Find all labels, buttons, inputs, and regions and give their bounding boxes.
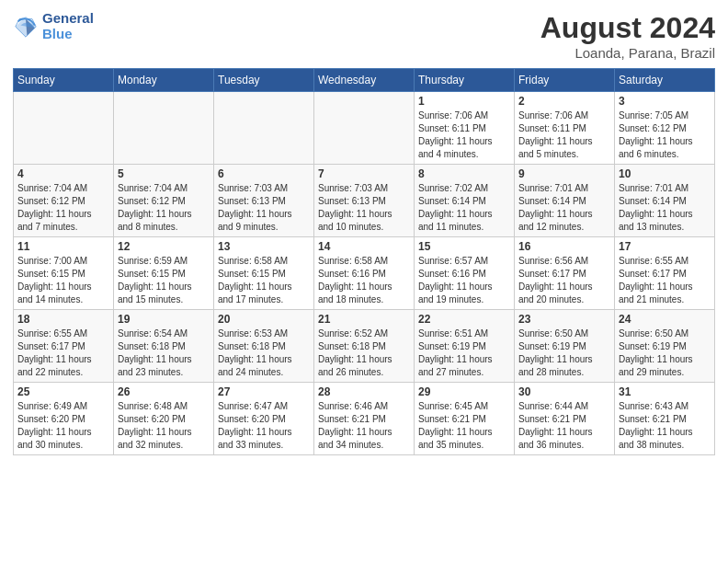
- calendar-cell: 24Sunrise: 6:50 AM Sunset: 6:19 PM Dayli…: [615, 310, 715, 383]
- calendar-cell: 2Sunrise: 7:06 AM Sunset: 6:11 PM Daylig…: [515, 92, 615, 165]
- header: General Blue August 2024 Loanda, Parana,…: [13, 11, 715, 61]
- calendar-cell: 8Sunrise: 7:02 AM Sunset: 6:14 PM Daylig…: [415, 165, 515, 237]
- day-info: Sunrise: 6:51 AM Sunset: 6:19 PM Dayligh…: [418, 327, 510, 379]
- calendar-cell: 28Sunrise: 6:46 AM Sunset: 6:21 PM Dayli…: [314, 383, 415, 455]
- calendar: SundayMondayTuesdayWednesdayThursdayFrid…: [13, 68, 715, 455]
- day-info: Sunrise: 6:49 AM Sunset: 6:20 PM Dayligh…: [17, 400, 109, 452]
- calendar-cell: [14, 92, 114, 165]
- day-number: 26: [118, 385, 210, 398]
- day-number: 28: [318, 385, 410, 398]
- day-number: 10: [619, 167, 711, 180]
- day-info: Sunrise: 6:56 AM Sunset: 6:17 PM Dayligh…: [518, 255, 610, 306]
- calendar-cell: 15Sunrise: 6:57 AM Sunset: 6:16 PM Dayli…: [415, 237, 515, 310]
- week-row-3: 18Sunrise: 6:55 AM Sunset: 6:17 PM Dayli…: [14, 310, 715, 383]
- day-info: Sunrise: 7:01 AM Sunset: 6:14 PM Dayligh…: [619, 182, 711, 234]
- weekday-header-monday: Monday: [114, 69, 214, 92]
- day-info: Sunrise: 6:52 AM Sunset: 6:18 PM Dayligh…: [318, 327, 410, 379]
- weekday-header-friday: Friday: [515, 69, 615, 92]
- day-number: 22: [418, 313, 510, 326]
- calendar-cell: 7Sunrise: 7:03 AM Sunset: 6:13 PM Daylig…: [314, 165, 415, 237]
- logo: General Blue: [13, 11, 94, 41]
- day-number: 11: [17, 240, 109, 253]
- day-info: Sunrise: 6:58 AM Sunset: 6:15 PM Dayligh…: [218, 255, 310, 306]
- calendar-cell: 11Sunrise: 7:00 AM Sunset: 6:15 PM Dayli…: [14, 237, 114, 310]
- calendar-cell: 23Sunrise: 6:50 AM Sunset: 6:19 PM Dayli…: [515, 310, 615, 383]
- location: Loanda, Parana, Brazil: [540, 45, 715, 61]
- calendar-cell: 26Sunrise: 6:48 AM Sunset: 6:20 PM Dayli…: [114, 383, 214, 455]
- calendar-cell: 17Sunrise: 6:55 AM Sunset: 6:17 PM Dayli…: [615, 237, 715, 310]
- day-number: 29: [418, 385, 510, 398]
- day-info: Sunrise: 7:01 AM Sunset: 6:14 PM Dayligh…: [518, 182, 610, 234]
- day-number: 19: [118, 313, 210, 326]
- day-number: 18: [17, 313, 109, 326]
- day-number: 2: [518, 95, 610, 108]
- day-info: Sunrise: 6:59 AM Sunset: 6:15 PM Dayligh…: [118, 255, 210, 306]
- day-info: Sunrise: 6:53 AM Sunset: 6:18 PM Dayligh…: [218, 327, 310, 379]
- page: General Blue August 2024 Loanda, Parana,…: [0, 0, 728, 563]
- calendar-cell: 18Sunrise: 6:55 AM Sunset: 6:17 PM Dayli…: [14, 310, 114, 383]
- day-number: 31: [619, 385, 711, 398]
- week-row-2: 11Sunrise: 7:00 AM Sunset: 6:15 PM Dayli…: [14, 237, 715, 310]
- calendar-cell: 14Sunrise: 6:58 AM Sunset: 6:16 PM Dayli…: [314, 237, 415, 310]
- day-number: 30: [518, 385, 610, 398]
- calendar-cell: 5Sunrise: 7:04 AM Sunset: 6:12 PM Daylig…: [114, 165, 214, 237]
- calendar-cell: 13Sunrise: 6:58 AM Sunset: 6:15 PM Dayli…: [214, 237, 314, 310]
- weekday-header-sunday: Sunday: [14, 69, 114, 92]
- day-info: Sunrise: 7:06 AM Sunset: 6:11 PM Dayligh…: [518, 109, 610, 161]
- calendar-cell: 25Sunrise: 6:49 AM Sunset: 6:20 PM Dayli…: [14, 383, 114, 455]
- day-info: Sunrise: 6:48 AM Sunset: 6:20 PM Dayligh…: [118, 400, 210, 452]
- calendar-cell: 3Sunrise: 7:05 AM Sunset: 6:12 PM Daylig…: [615, 92, 715, 165]
- calendar-cell: 30Sunrise: 6:44 AM Sunset: 6:21 PM Dayli…: [515, 383, 615, 455]
- calendar-cell: 1Sunrise: 7:06 AM Sunset: 6:11 PM Daylig…: [415, 92, 515, 165]
- day-number: 5: [118, 167, 210, 180]
- calendar-cell: 10Sunrise: 7:01 AM Sunset: 6:14 PM Dayli…: [615, 165, 715, 237]
- calendar-cell: 21Sunrise: 6:52 AM Sunset: 6:18 PM Dayli…: [314, 310, 415, 383]
- day-number: 20: [218, 313, 310, 326]
- calendar-cell: 22Sunrise: 6:51 AM Sunset: 6:19 PM Dayli…: [415, 310, 515, 383]
- day-info: Sunrise: 6:55 AM Sunset: 6:17 PM Dayligh…: [17, 327, 109, 379]
- calendar-cell: [114, 92, 214, 165]
- day-number: 1: [418, 95, 510, 108]
- day-info: Sunrise: 6:45 AM Sunset: 6:21 PM Dayligh…: [418, 400, 510, 452]
- day-info: Sunrise: 6:57 AM Sunset: 6:16 PM Dayligh…: [418, 255, 510, 306]
- weekday-header-thursday: Thursday: [415, 69, 515, 92]
- day-info: Sunrise: 6:50 AM Sunset: 6:19 PM Dayligh…: [518, 327, 610, 379]
- title-block: August 2024 Loanda, Parana, Brazil: [540, 11, 715, 61]
- day-info: Sunrise: 6:43 AM Sunset: 6:21 PM Dayligh…: [619, 400, 711, 452]
- weekday-header-saturday: Saturday: [615, 69, 715, 92]
- day-info: Sunrise: 7:02 AM Sunset: 6:14 PM Dayligh…: [418, 182, 510, 234]
- logo-text: General Blue: [42, 11, 94, 41]
- calendar-cell: 12Sunrise: 6:59 AM Sunset: 6:15 PM Dayli…: [114, 237, 214, 310]
- day-info: Sunrise: 6:47 AM Sunset: 6:20 PM Dayligh…: [218, 400, 310, 452]
- day-info: Sunrise: 6:44 AM Sunset: 6:21 PM Dayligh…: [518, 400, 610, 452]
- day-info: Sunrise: 7:04 AM Sunset: 6:12 PM Dayligh…: [17, 182, 109, 234]
- weekday-header-wednesday: Wednesday: [314, 69, 415, 92]
- day-info: Sunrise: 7:00 AM Sunset: 6:15 PM Dayligh…: [17, 255, 109, 306]
- day-number: 21: [318, 313, 410, 326]
- day-info: Sunrise: 6:55 AM Sunset: 6:17 PM Dayligh…: [619, 255, 711, 306]
- calendar-cell: 20Sunrise: 6:53 AM Sunset: 6:18 PM Dayli…: [214, 310, 314, 383]
- day-info: Sunrise: 7:05 AM Sunset: 6:12 PM Dayligh…: [619, 109, 711, 161]
- month-year: August 2024: [540, 11, 715, 45]
- calendar-cell: 6Sunrise: 7:03 AM Sunset: 6:13 PM Daylig…: [214, 165, 314, 237]
- day-number: 12: [118, 240, 210, 253]
- week-row-0: 1Sunrise: 7:06 AM Sunset: 6:11 PM Daylig…: [14, 92, 715, 165]
- day-number: 13: [218, 240, 310, 253]
- day-info: Sunrise: 6:54 AM Sunset: 6:18 PM Dayligh…: [118, 327, 210, 379]
- day-info: Sunrise: 7:06 AM Sunset: 6:11 PM Dayligh…: [418, 109, 510, 161]
- calendar-cell: [214, 92, 314, 165]
- logo-icon: [13, 14, 39, 40]
- calendar-cell: 19Sunrise: 6:54 AM Sunset: 6:18 PM Dayli…: [114, 310, 214, 383]
- week-row-4: 25Sunrise: 6:49 AM Sunset: 6:20 PM Dayli…: [14, 383, 715, 455]
- weekday-header-row: SundayMondayTuesdayWednesdayThursdayFrid…: [14, 69, 715, 92]
- day-number: 23: [518, 313, 610, 326]
- calendar-cell: 29Sunrise: 6:45 AM Sunset: 6:21 PM Dayli…: [415, 383, 515, 455]
- week-row-1: 4Sunrise: 7:04 AM Sunset: 6:12 PM Daylig…: [14, 165, 715, 237]
- calendar-cell: 31Sunrise: 6:43 AM Sunset: 6:21 PM Dayli…: [615, 383, 715, 455]
- day-info: Sunrise: 7:04 AM Sunset: 6:12 PM Dayligh…: [118, 182, 210, 234]
- day-info: Sunrise: 6:46 AM Sunset: 6:21 PM Dayligh…: [318, 400, 410, 452]
- day-number: 25: [17, 385, 109, 398]
- day-info: Sunrise: 6:58 AM Sunset: 6:16 PM Dayligh…: [318, 255, 410, 306]
- day-number: 8: [418, 167, 510, 180]
- day-number: 17: [619, 240, 711, 253]
